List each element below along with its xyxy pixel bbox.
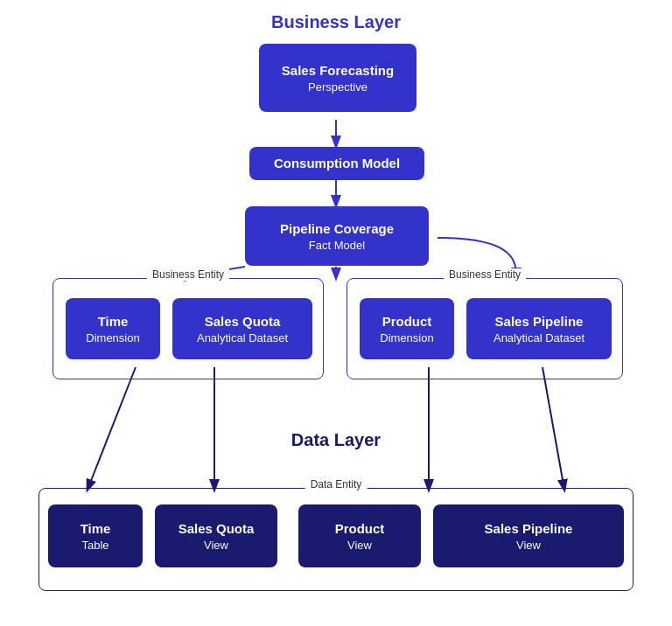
right-business-entity-label: Business Entity <box>444 268 526 281</box>
sales-quota-view-box: Sales Quota View <box>155 504 277 567</box>
sales-pipeline-view-box: Sales Pipeline View <box>433 504 624 567</box>
sales-pipeline-view-title: Sales Pipeline <box>485 521 573 537</box>
sales-quota-ds-subtitle: Analytical Dataset <box>197 331 288 344</box>
product-view-box: Product View <box>298 504 421 567</box>
sales-pipeline-view-subtitle: View <box>516 539 541 552</box>
sales-forecasting-title: Sales Forecasting <box>282 63 394 79</box>
time-dimension-box: Time Dimension <box>66 298 160 359</box>
sales-quota-view-title: Sales Quota <box>178 521 255 537</box>
time-dim-title: Time <box>98 314 129 330</box>
sales-pipeline-ds-title: Sales Pipeline <box>495 314 584 330</box>
time-dim-subtitle: Dimension <box>86 331 139 344</box>
sales-pipeline-ds-subtitle: Analytical Dataset <box>494 331 584 344</box>
left-business-entity-label: Business Entity <box>147 268 229 281</box>
product-dim-title: Product <box>382 314 432 330</box>
pipeline-coverage-title: Pipeline Coverage <box>280 221 394 237</box>
time-table-subtitle: Table <box>81 539 108 552</box>
business-layer-label: Business Layer <box>0 12 672 32</box>
sales-pipeline-ds-box: Sales Pipeline Analytical Dataset <box>466 298 612 359</box>
left-business-entity-group: Business Entity Time Dimension Sales Quo… <box>52 278 324 379</box>
consumption-model-box: Consumption Model <box>249 147 424 180</box>
data-layer-label: Data Layer <box>0 430 672 450</box>
time-table-box: Time Table <box>48 504 143 567</box>
sales-forecasting-subtitle: Perspective <box>308 80 368 94</box>
consumption-model-title: Consumption Model <box>274 156 400 171</box>
data-entity-label: Data Entity <box>305 478 368 490</box>
svg-line-8 <box>542 367 564 490</box>
diagram: Business Layer Data Layer <box>0 0 672 626</box>
svg-line-5 <box>88 367 136 490</box>
pipeline-coverage-subtitle: Fact Model <box>309 239 365 252</box>
sales-quota-ds-title: Sales Quota <box>205 314 281 330</box>
time-table-title: Time <box>80 521 111 537</box>
data-entity-group: Data Entity Time Table Sales Quota View … <box>38 488 634 591</box>
sales-quota-ds-box: Sales Quota Analytical Dataset <box>172 298 312 359</box>
pipeline-coverage-box: Pipeline Coverage Fact Model <box>245 206 429 266</box>
product-view-subtitle: View <box>347 539 372 552</box>
sales-forecasting-box: Sales Forecasting Perspective <box>259 44 416 112</box>
sales-quota-view-subtitle: View <box>204 539 228 552</box>
product-dim-subtitle: Dimension <box>380 331 433 344</box>
product-dim-box: Product Dimension <box>360 298 454 359</box>
right-business-entity-group: Business Entity Product Dimension Sales … <box>346 278 623 379</box>
product-view-title: Product <box>335 521 385 537</box>
